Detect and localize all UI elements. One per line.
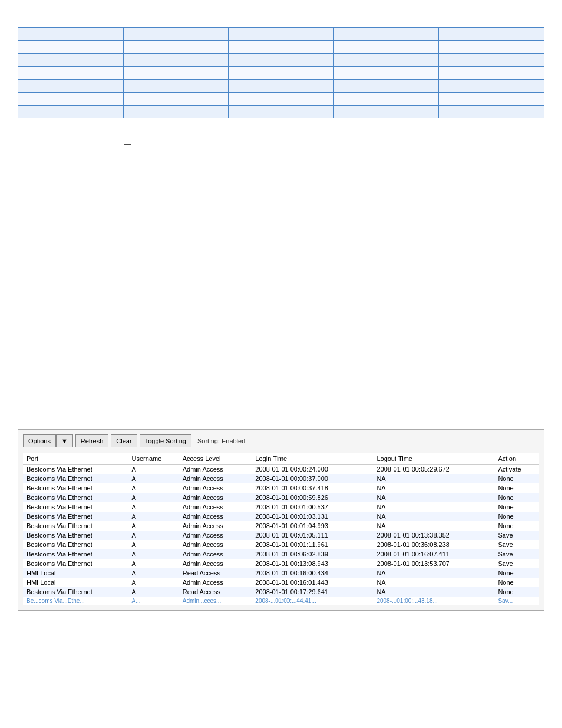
table-cell: None: [494, 483, 539, 493]
middle-line-dash: —: [18, 139, 544, 150]
table-cell: 2008-01-01 00:13:08.943: [252, 559, 373, 568]
refresh-button[interactable]: Refresh: [75, 434, 109, 447]
table-cell: None: [494, 568, 539, 578]
table-cell: Admin Access: [179, 531, 252, 540]
upper-table-cell: [123, 41, 229, 54]
col-header-login: Login Time: [252, 453, 373, 465]
table-cell: NA: [373, 587, 494, 597]
upper-table-cell: [18, 41, 124, 54]
upper-table-cell: [229, 41, 334, 54]
upper-table-row: [18, 106, 544, 118]
table-cell: Bestcoms Via Ethernet: [23, 483, 128, 493]
table-cell: Sav...: [494, 597, 539, 605]
table-cell: NA: [373, 568, 494, 578]
table-cell: 2008-01-01 00:01:04.993: [252, 521, 373, 531]
middle-line-3: [18, 182, 544, 192]
table-row: Bestcoms Via EthernetAAdmin Access2008-0…: [23, 502, 539, 512]
table-cell: 2008-01-01 00:00:37.418: [252, 483, 373, 493]
upper-table-cell: [18, 54, 124, 67]
col-header-logout: Logout Time: [373, 453, 494, 465]
table-cell: None: [494, 493, 539, 502]
upper-table-cell: [229, 106, 334, 118]
table-cell: None: [494, 578, 539, 587]
upper-table-cell: [229, 67, 334, 80]
table-cell: Be...coms Via...Ethe...: [23, 597, 128, 605]
log-table-header: Port Username Access Level Login Time Lo…: [23, 453, 539, 465]
table-cell: Admin Access: [179, 578, 252, 587]
table-row: Bestcoms Via EthernetAAdmin Access2008-0…: [23, 465, 539, 475]
upper-table-row: [18, 54, 544, 67]
table-cell: NA: [373, 521, 494, 531]
table-cell: 2008-01-01 00:05:29.672: [373, 465, 494, 475]
upper-table-cell: [229, 80, 334, 93]
table-cell: 2008-01-01 00:01:05.111: [252, 531, 373, 540]
table-row: Bestcoms Via EthernetAAdmin Access2008-0…: [23, 531, 539, 540]
middle-line-5: [18, 210, 544, 220]
upper-table-cell: [18, 67, 124, 80]
upper-table-cell: [439, 54, 544, 67]
middle-line-1: [18, 153, 544, 164]
table-cell: Bestcoms Via Ethernet: [23, 465, 128, 475]
table-cell: Bestcoms Via Ethernet: [23, 512, 128, 521]
table-cell: 2008-...01:00:...44.41...: [252, 597, 373, 605]
table-row: HMI LocalAAdmin Access2008-01-01 00:16:0…: [23, 578, 539, 587]
table-cell: Bestcoms Via Ethernet: [23, 493, 128, 502]
log-toolbar: Options ▼ Refresh Clear Toggle Sorting S…: [23, 434, 539, 447]
table-cell: 2008-01-01 00:01:11.961: [252, 540, 373, 549]
table-cell: A: [128, 540, 179, 549]
log-table-header-row: Port Username Access Level Login Time Lo…: [23, 453, 539, 465]
table-row: Be...coms Via...Ethe...A...Admin...cces.…: [23, 597, 539, 605]
col-header-port: Port: [23, 453, 128, 465]
table-cell: A: [128, 587, 179, 597]
table-row: Bestcoms Via EthernetAAdmin Access2008-0…: [23, 540, 539, 549]
table-cell: 2008-01-01 00:06:02.839: [252, 549, 373, 559]
table-cell: Admin Access: [179, 540, 252, 549]
clear-button[interactable]: Clear: [111, 434, 137, 447]
options-group[interactable]: Options ▼: [23, 434, 73, 447]
table-cell: 2008-01-01 00:00:24.000: [252, 465, 373, 475]
upper-table-cell: [333, 67, 439, 80]
table-cell: 2008-01-01 00:16:00.434: [252, 568, 373, 578]
table-cell: NA: [373, 512, 494, 521]
table-row: Bestcoms Via EthernetAAdmin Access2008-0…: [23, 521, 539, 531]
table-cell: Admin Access: [179, 493, 252, 502]
options-arrow-button[interactable]: ▼: [56, 434, 73, 447]
table-cell: A: [128, 493, 179, 502]
table-cell: Admin Access: [179, 549, 252, 559]
table-cell: Save: [494, 549, 539, 559]
table-row: Bestcoms Via EthernetAAdmin Access2008-0…: [23, 474, 539, 483]
table-cell: Read Access: [179, 568, 252, 578]
table-cell: Bestcoms Via Ethernet: [23, 559, 128, 568]
table-cell: A: [128, 568, 179, 578]
table-cell: 2008-...01:00:...43.18...: [373, 597, 494, 605]
upper-table-cell: [18, 106, 124, 118]
table-cell: 2008-01-01 00:01:00.537: [252, 502, 373, 512]
table-cell: NA: [373, 502, 494, 512]
upper-table-cell: [439, 80, 544, 93]
table-cell: Activate: [494, 465, 539, 475]
table-cell: Admin Access: [179, 559, 252, 568]
upper-table-cell: [123, 28, 229, 41]
table-cell: Bestcoms Via Ethernet: [23, 502, 128, 512]
table-cell: NA: [373, 474, 494, 483]
middle-line-2: [18, 167, 544, 178]
second-divider: [18, 239, 544, 239]
toggle-sorting-button[interactable]: Toggle Sorting: [140, 434, 191, 447]
options-button[interactable]: Options: [23, 434, 56, 447]
upper-table-row: [18, 67, 544, 80]
upper-table-cell: [123, 80, 229, 93]
table-cell: Admin Access: [179, 474, 252, 483]
table-cell: Read Access: [179, 587, 252, 597]
upper-table-cell: [333, 28, 439, 41]
upper-table-cell: [123, 106, 229, 118]
table-cell: 2008-01-01 00:00:37.000: [252, 474, 373, 483]
table-row: Bestcoms Via EthernetAAdmin Access2008-0…: [23, 483, 539, 493]
log-table: Port Username Access Level Login Time Lo…: [23, 453, 539, 605]
table-cell: Bestcoms Via Ethernet: [23, 521, 128, 531]
log-table-body: Bestcoms Via EthernetAAdmin Access2008-0…: [23, 465, 539, 606]
table-row: Bestcoms Via EthernetAAdmin Access2008-0…: [23, 559, 539, 568]
table-cell: None: [494, 521, 539, 531]
table-cell: Bestcoms Via Ethernet: [23, 549, 128, 559]
table-cell: Bestcoms Via Ethernet: [23, 474, 128, 483]
table-cell: A...: [128, 597, 179, 605]
